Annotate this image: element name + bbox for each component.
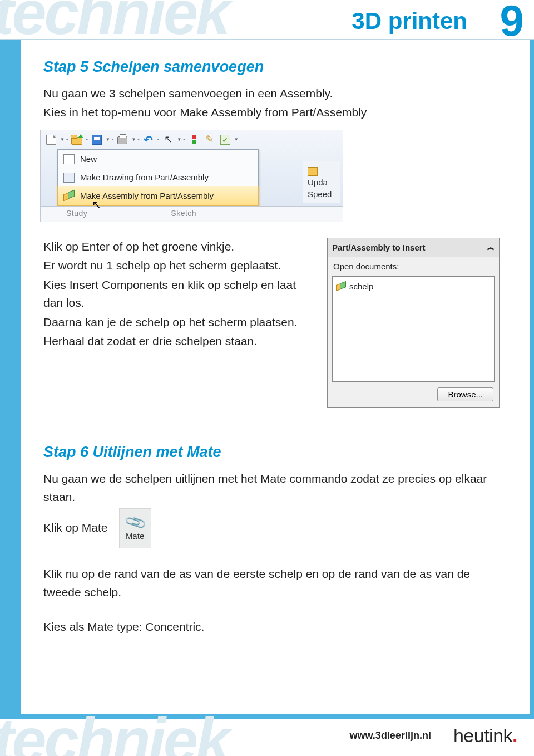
separator: •: [66, 135, 69, 144]
mouse-cursor-icon: ↖: [92, 196, 101, 213]
new-document-dropdown: New Make Drawing from Part/Assembly Make…: [57, 149, 259, 206]
separator: •: [85, 135, 88, 144]
step5-after5: Herhaal dat zodat er drie schelpen staan…: [43, 332, 310, 351]
browse-button[interactable]: Browse...: [437, 387, 493, 401]
menu-label: New: [80, 153, 97, 165]
page-number: 9: [500, 0, 524, 46]
brand-text: heutink: [453, 725, 512, 746]
part-icon: [336, 282, 346, 291]
menu-item-make-drawing[interactable]: Make Drawing from Part/Assembly: [58, 168, 258, 186]
side-label-speed: Speed: [308, 189, 332, 199]
open-button[interactable]: [70, 132, 84, 147]
undo-icon: ↶: [144, 136, 153, 144]
solidworks-toolbar-screenshot: ▼ • • ▼ • ▼ • ↶ • ↖ ▼ • ✎ ▼ New: [40, 130, 343, 222]
menu-item-make-assembly[interactable]: Make Assembly from Part/Assembly: [57, 186, 259, 205]
step6-p3: Klik nu op de rand van de as van de eers…: [43, 565, 500, 601]
dropdown-arrow-icon[interactable]: ▼: [60, 136, 65, 143]
chapter-title: 3D printen: [352, 8, 467, 35]
save-icon: [92, 135, 102, 145]
brand-dot: .: [512, 725, 517, 746]
options-icon: [220, 135, 230, 145]
options-button[interactable]: [218, 132, 233, 147]
open-folder-icon: [71, 137, 82, 145]
new-document-icon: [63, 154, 75, 164]
dropdown-arrow-icon[interactable]: ▼: [177, 136, 181, 143]
header-watermark: techniek: [0, 0, 228, 48]
mate-button[interactable]: 📎 Mate: [119, 508, 151, 548]
panel-subtitle: Open documents:: [328, 257, 499, 274]
new-document-icon: [46, 135, 56, 145]
blue-frame-left: [0, 40, 21, 719]
save-button[interactable]: [90, 132, 104, 147]
document-icon: ✎: [205, 132, 214, 148]
footer-url: www.3dleerlijn.nl: [350, 730, 431, 742]
step6-heading: Stap 6 Uitlijnen met Mate: [43, 441, 500, 464]
page-footer: www.3dleerlijn.nl heutink.: [0, 723, 534, 748]
toolbar-tabs-row: Study Sketch: [41, 206, 343, 222]
panel-button-row: Browse...: [328, 384, 499, 407]
print-icon: [117, 136, 127, 144]
blue-frame-right: [530, 40, 534, 719]
cursor-icon: ↖: [164, 132, 172, 148]
list-item-label: schelp: [349, 280, 373, 293]
side-labels: Upda Speed: [303, 161, 340, 203]
edit-button[interactable]: ✎: [202, 132, 217, 147]
page-content: Stap 5 Schelpen samenvoegen Nu gaan we 3…: [43, 56, 500, 637]
panel-title-bar: Part/Assembly to Insert ︽: [328, 238, 499, 257]
dropdown-arrow-icon[interactable]: ▼: [234, 136, 239, 143]
dropdown-arrow-icon[interactable]: ▼: [106, 136, 110, 143]
rebuild-button[interactable]: [187, 132, 201, 147]
collapse-icon[interactable]: ︽: [487, 242, 495, 253]
separator: •: [157, 135, 160, 144]
tab-sketch[interactable]: Sketch: [171, 208, 196, 220]
step5-p2: Kies in het top-menu voor Make Assembly …: [43, 104, 500, 122]
step6-p4: Kies als Mate type: Concentric.: [43, 618, 500, 636]
step6-p1: Nu gaan we de schelpen uitlijnen met het…: [43, 470, 500, 506]
menu-label: Make Drawing from Part/Assembly: [80, 171, 209, 184]
toolbar-row: ▼ • • ▼ • ▼ • ↶ • ↖ ▼ • ✎ ▼: [41, 130, 343, 149]
step5-after1: Klik op Enter of op het groene vinkje.: [43, 238, 310, 256]
step5-after4: Daarna kan je de schelp op het scherm pl…: [43, 313, 310, 332]
separator: •: [137, 135, 140, 144]
separator: •: [111, 135, 115, 144]
panel-title-text: Part/Assembly to Insert: [332, 241, 426, 254]
brand-logo: heutink.: [453, 725, 517, 747]
dropdown-arrow-icon[interactable]: ▼: [131, 136, 136, 143]
drawing-icon: [63, 173, 75, 183]
step5-after3: Kies Insert Components en klik op schelp…: [43, 276, 310, 312]
traffic-light-icon: [192, 135, 196, 145]
assembly-icon: [63, 191, 75, 201]
tab-study[interactable]: Study: [66, 208, 87, 220]
undo-button[interactable]: ↶: [141, 132, 156, 147]
insert-panel: Part/Assembly to Insert ︽ Open documents…: [327, 238, 500, 408]
step6-p2: Klik op Mate: [43, 519, 108, 537]
menu-item-new[interactable]: New: [58, 150, 258, 168]
list-item[interactable]: schelp: [335, 279, 492, 294]
page-header: techniek 3D printen 9: [0, 0, 534, 40]
separator: •: [182, 135, 186, 144]
select-button[interactable]: ↖: [161, 132, 175, 147]
step5-after2: Er wordt nu 1 schelp op het scherm gepla…: [43, 257, 310, 275]
step5-p1: Nu gaan we 3 schelpen samenvoegen in een…: [43, 85, 500, 103]
blue-frame-bottom: [0, 714, 534, 719]
print-button[interactable]: [115, 132, 130, 147]
step5-heading: Stap 5 Schelpen samenvoegen: [43, 56, 500, 79]
step5-instructions: Klik op Enter of op het groene vinkje. E…: [43, 238, 310, 408]
new-document-button[interactable]: [44, 132, 58, 147]
update-icon: [308, 167, 318, 176]
side-label-upda: Upda: [308, 178, 328, 187]
open-documents-list[interactable]: schelp: [332, 276, 495, 382]
